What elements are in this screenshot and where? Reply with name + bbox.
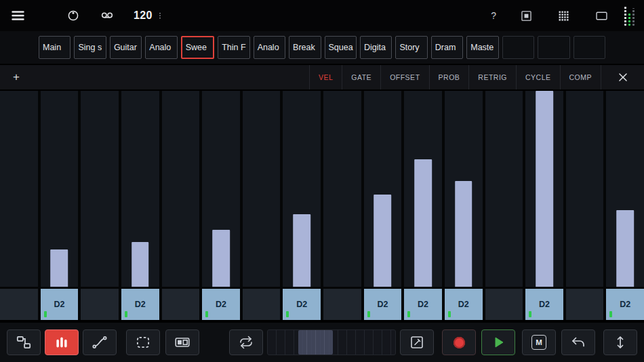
timeline-scrollbar[interactable] <box>267 329 396 355</box>
display-button[interactable] <box>594 9 609 23</box>
bottom-toolbar: M <box>0 320 644 362</box>
edit-tab-prob[interactable]: PROB <box>429 65 469 89</box>
step-cell-2[interactable]: D2 <box>41 289 79 320</box>
pads-layout-button[interactable] <box>165 329 199 355</box>
velocity-bar-step-4[interactable] <box>132 242 149 287</box>
velocity-bar-step-6[interactable] <box>212 230 230 287</box>
timeline-viewport[interactable] <box>298 330 333 355</box>
selection-button[interactable] <box>126 329 160 355</box>
step-cell-11[interactable]: D2 <box>404 289 442 320</box>
recorder-button[interactable] <box>98 8 116 23</box>
velocity-lane-2[interactable] <box>41 91 79 287</box>
note-row: D2 D2 D2 D2 D2 D2 D2 D2 D2 <box>0 289 644 320</box>
velocity-lane-6[interactable] <box>202 91 240 287</box>
tempo-control[interactable]: 120 <box>134 9 165 22</box>
step-cell-15[interactable] <box>566 289 604 320</box>
edit-tab-offset[interactable]: OFFSET <box>380 65 428 89</box>
velocity-bar-step-12[interactable] <box>455 181 472 287</box>
step-cell-5[interactable] <box>162 289 200 320</box>
loop-button[interactable] <box>229 329 263 355</box>
track-tab-label: Story <box>399 43 419 52</box>
link-circle-icon <box>66 8 81 23</box>
velocity-lane-5[interactable] <box>162 91 200 287</box>
velocity-lane-9[interactable] <box>323 91 361 287</box>
track-tab-analo[interactable]: Analo <box>254 36 285 59</box>
edit-note-button[interactable] <box>400 329 434 355</box>
step-cell-1[interactable] <box>0 289 38 320</box>
track-tab-empty-14[interactable] <box>502 36 534 59</box>
velocity-lane-13[interactable] <box>485 91 523 287</box>
velocity-bar-step-16[interactable] <box>616 210 634 287</box>
close-editor-button[interactable] <box>601 65 644 89</box>
step-sequencer-button[interactable] <box>45 329 79 355</box>
edit-tab-retrig[interactable]: RETRIG <box>468 65 516 89</box>
edit-toolbar: + VELGATEOFFSETPROBRETRIGCYCLECOMP <box>0 65 644 91</box>
track-tab-squea[interactable]: Squea <box>325 36 357 59</box>
play-button[interactable] <box>481 329 515 355</box>
velocity-lane-4[interactable] <box>121 91 159 287</box>
velocity-bar-step-2[interactable] <box>51 249 68 287</box>
add-button[interactable]: + <box>0 65 35 89</box>
step-cell-12[interactable]: D2 <box>445 289 483 320</box>
velocity-lane-3[interactable] <box>81 91 119 287</box>
track-tab-dram[interactable]: Dram <box>431 36 463 59</box>
track-tab-bar: Main Sing s Guitar Analo Swee Thin F Ana… <box>0 31 644 65</box>
edit-tab-cycle[interactable]: CYCLE <box>516 65 560 89</box>
step-cell-9[interactable] <box>323 289 361 320</box>
velocity-lane-8[interactable] <box>283 91 321 287</box>
velocity-bar-step-10[interactable] <box>374 195 392 287</box>
modules-view-button[interactable] <box>7 329 41 355</box>
meter-bar-1 <box>624 5 626 26</box>
track-tab-thin-f[interactable]: Thin F <box>218 36 249 59</box>
step-note-label: D2 <box>216 300 226 309</box>
velocity-lane-14[interactable] <box>525 91 563 287</box>
track-tab-swee[interactable]: Swee <box>181 36 214 59</box>
track-tab-digita[interactable]: Digita <box>360 36 392 59</box>
edit-tab-comp[interactable]: COMP <box>560 65 601 89</box>
link-button[interactable] <box>66 8 81 23</box>
step-cell-3[interactable] <box>81 289 119 320</box>
track-tab-story[interactable]: Story <box>395 36 427 59</box>
step-cell-6[interactable]: D2 <box>202 289 240 320</box>
velocity-lane-10[interactable] <box>364 91 402 287</box>
step-cell-16[interactable]: D2 <box>606 289 644 320</box>
track-tab-guitar[interactable]: Guitar <box>110 36 142 59</box>
velocity-lane-15[interactable] <box>566 91 604 287</box>
step-active-led <box>125 311 127 317</box>
step-cell-10[interactable]: D2 <box>364 289 402 320</box>
velocity-lane-11[interactable] <box>404 91 442 287</box>
velocity-lane-12[interactable] <box>445 91 483 287</box>
edit-tab-gate[interactable]: GATE <box>342 65 380 89</box>
pattern-grid-button[interactable] <box>557 9 571 23</box>
undo-button[interactable] <box>561 329 595 355</box>
track-tab-sing-s[interactable]: Sing s <box>74 36 106 59</box>
track-tab-maste[interactable]: Maste <box>466 36 498 59</box>
velocity-bar-step-14[interactable] <box>536 91 553 287</box>
step-cell-14[interactable]: D2 <box>525 289 563 320</box>
menu-button[interactable] <box>9 7 26 24</box>
step-cell-8[interactable]: D2 <box>283 289 321 320</box>
track-tab-empty-15[interactable] <box>538 36 569 59</box>
help-button[interactable]: ? <box>491 10 496 21</box>
velocity-bar-step-8[interactable] <box>293 214 310 287</box>
velocity-lane-1[interactable] <box>0 91 38 287</box>
tempo-menu-icon[interactable] <box>155 9 165 22</box>
edit-tab-vel[interactable]: VEL <box>309 65 342 89</box>
record-button[interactable] <box>442 329 476 355</box>
step-cell-7[interactable] <box>243 289 281 320</box>
velocity-lane-16[interactable] <box>606 91 644 287</box>
floating-window-button[interactable] <box>519 9 534 23</box>
track-tab-break[interactable]: Break <box>289 36 321 59</box>
tempo-value[interactable]: 120 <box>134 9 153 22</box>
step-cell-13[interactable] <box>485 289 523 320</box>
track-tab-main[interactable]: Main <box>39 36 71 59</box>
step-cell-4[interactable]: D2 <box>121 289 159 320</box>
velocity-grid <box>0 91 644 287</box>
vertical-zoom-button[interactable] <box>603 329 637 355</box>
automation-button[interactable] <box>83 329 117 355</box>
velocity-bar-step-11[interactable] <box>414 159 432 287</box>
track-tab-analo[interactable]: Analo <box>145 36 177 59</box>
track-tab-empty-16[interactable] <box>573 36 605 59</box>
velocity-lane-7[interactable] <box>243 91 281 287</box>
mute-button[interactable]: M <box>522 329 556 355</box>
